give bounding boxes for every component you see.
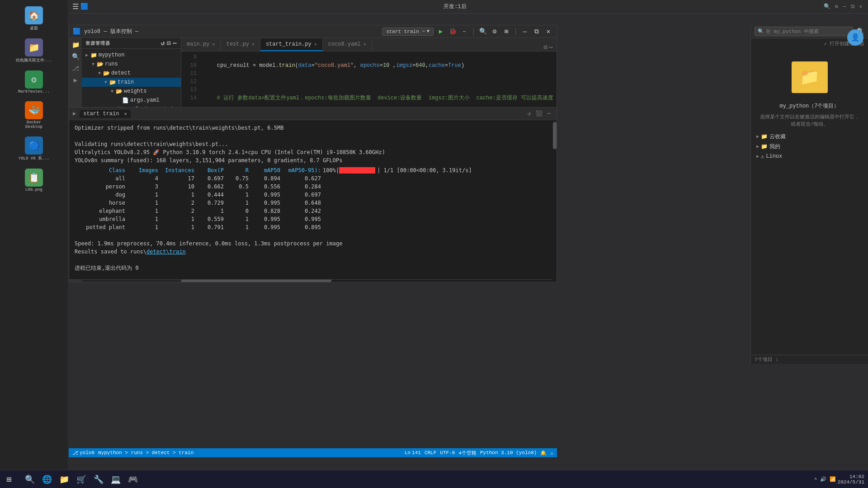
right-panel-content: 📁 my_python（7个项目） 选择某个文件以在被激活的编辑器中打开它，或者…	[751, 49, 868, 355]
tab-coco8-yaml[interactable]: coco8.yaml ✕	[323, 38, 372, 51]
win-tray-icons[interactable]: ^ 🔊 📶	[814, 476, 836, 482]
folder-icon-runs: 📂	[96, 61, 104, 68]
table-row-potted-plant: potted plant 1 1 0.791 1 0.995 0.895	[75, 223, 551, 231]
tab-start-train-py[interactable]: start_train.py ✕	[260, 38, 323, 51]
taskbar-item-home[interactable]: 🏠 桌面	[5, 4, 63, 34]
minimize2-button[interactable]: —	[520, 27, 529, 36]
terminal-header: ▶ start train ✕ ↺ ⬛ ⋯	[69, 108, 557, 120]
tab-test-py[interactable]: test.py ✕	[221, 38, 260, 51]
taskbar-item-app2[interactable]: 🐳 DockerDesktop	[5, 99, 63, 132]
top-settings-icon[interactable]: ⚙	[833, 3, 840, 10]
win-taskbar-files[interactable]: 📁	[56, 471, 72, 488]
tab-coco8-yaml-close[interactable]: ✕	[363, 42, 366, 47]
tab-main-py-close[interactable]: ✕	[212, 42, 215, 47]
activity-debug[interactable]: ▶	[71, 75, 80, 85]
status-bell-icon[interactable]: 🔔	[540, 450, 547, 456]
terminal-scrollbar-track	[553, 120, 557, 280]
terminal-panel: ▶ start train ✕ ↺ ⬛ ⋯ Optimizer stripped…	[69, 107, 557, 280]
folder-icon-mypython: 📁	[90, 52, 97, 59]
win-taskbar-store[interactable]: 🛒	[73, 471, 90, 488]
restore-button[interactable]: ⧉	[849, 3, 856, 10]
status-lang[interactable]: Python 3.10 (yolo8)	[480, 450, 537, 455]
close2-button[interactable]: ✕	[544, 27, 553, 36]
sidebar-refresh-icon[interactable]: ↺	[161, 39, 165, 47]
search-icon: 🔍	[758, 28, 764, 34]
top-search-icon[interactable]: 🔍	[822, 3, 832, 10]
status-spaces[interactable]: 4个空格	[458, 450, 476, 456]
run-config-selector[interactable]: start train ~ ▼	[382, 28, 434, 36]
table-row-horse: horse 1 2 0.729 1 0.995 0.648	[75, 199, 551, 207]
tree-item-weights[interactable]: ▼ 📂 weights	[82, 87, 181, 96]
taskbar-item-app1[interactable]: ⚙️ MarkTextex...	[5, 68, 63, 97]
terminal-tab-close-icon[interactable]: ✕	[124, 112, 127, 117]
terminal-line-empty3	[75, 256, 551, 264]
right-panel-folder-icon[interactable]: 📁	[792, 61, 828, 93]
search-global-button[interactable]: 🔍	[478, 27, 487, 36]
ide-logo: 🟦	[73, 28, 80, 35]
right-panel: 🔍 在 my_python 中搜索 🔍 ↗ 打开创建编辑器 📁 my_pytho…	[750, 25, 868, 364]
terminal-tab-start-train[interactable]: start train ✕	[80, 110, 130, 118]
top-logo[interactable]: 🟦	[80, 3, 88, 10]
tree-item-train[interactable]: ▼ 📂 train	[82, 78, 181, 87]
run-button[interactable]: ▶	[436, 27, 445, 36]
win-taskbar-app3[interactable]: 🎮	[125, 471, 141, 488]
right-tree-item-linux[interactable]: ▶ ⚠️ Linux	[755, 151, 864, 161]
sidebar-collapse-icon[interactable]: ⊟	[167, 39, 171, 47]
editor-more-icon[interactable]: ⋯	[549, 43, 553, 51]
status-line[interactable]: Ln 141	[405, 450, 421, 455]
terminal-stop-btn[interactable]: ⬛	[535, 110, 543, 118]
terminal-more-btn[interactable]: ⋯	[545, 110, 553, 118]
editor-split-icon[interactable]: ⊟	[543, 43, 547, 51]
tree-item-args-yaml[interactable]: ▶ 📄 args.yaml	[82, 96, 181, 105]
taskbar-item-files[interactable]: 📁 此电脑关联文件...	[5, 36, 63, 66]
user-avatar[interactable]: 👤	[847, 29, 863, 46]
table-row-umbrella: umbrella 1 1 0.559 1 0.995 0.995	[75, 215, 551, 223]
right-tree-item-favorites[interactable]: ▶ 📁 云收藏	[755, 131, 864, 141]
restore2-button[interactable]: ⧉	[532, 27, 541, 36]
run-config-label: start train ~	[386, 29, 425, 34]
tab-start-train-py-close[interactable]: ✕	[314, 42, 317, 47]
minimize-button[interactable]: —	[841, 3, 848, 10]
terminal-refresh-btn[interactable]: ↺	[525, 110, 533, 118]
win-start-button[interactable]: ⊞	[0, 470, 18, 488]
tab-test-py-close[interactable]: ✕	[252, 42, 255, 47]
terminal-line-ultralytics: Ultralytics YOLOv8.2.95 🚀 Python 3.10.9 …	[75, 148, 551, 156]
status-crlf[interactable]: CRLF	[425, 450, 436, 455]
tree-item-detect[interactable]: ▼ 📂 detect	[82, 69, 181, 78]
status-charset[interactable]: UTF-8	[440, 450, 455, 455]
close-button[interactable]: ✕	[857, 3, 864, 10]
terminal-content[interactable]: Optimizer stripped from runs\detect\trai…	[69, 120, 557, 279]
right-tree-arrow-mine: ▶	[756, 144, 759, 149]
tree-item-runs[interactable]: ▼ 📂 runs	[82, 60, 181, 69]
sidebar-ellipsis-icon[interactable]: ⋯	[173, 39, 177, 47]
activity-git[interactable]: ⎇	[71, 63, 80, 73]
status-branch[interactable]: ⎇ yolo8	[72, 450, 94, 456]
right-tree-arrow-favorites: ▶	[756, 134, 759, 139]
activity-explorer[interactable]: 📁	[71, 40, 80, 50]
right-panel-search[interactable]: 🔍 在 my_python 中搜索	[755, 27, 853, 36]
win-taskbar-search[interactable]: 🔍	[22, 471, 38, 488]
right-tree-icon-linux: ⚠️	[761, 153, 764, 160]
win-clock[interactable]: 14:02 2024/5/31	[838, 474, 864, 485]
file-icon-args-yaml: 📄	[122, 97, 129, 104]
folder-icon-detect: 📂	[103, 70, 110, 77]
right-tree-item-mine[interactable]: ▶ 📁 我的	[755, 141, 864, 151]
tab-main-py-label: main.py	[187, 41, 209, 47]
tab-main-py[interactable]: main.py ✕	[181, 38, 221, 51]
run-debug-button[interactable]: 🐞	[448, 27, 457, 36]
win-taskbar-app2[interactable]: 💻	[108, 471, 124, 488]
tree-item-mypython[interactable]: ▶ 📁 mypython	[82, 51, 181, 60]
win-taskbar-app1[interactable]: 🔧	[90, 471, 107, 488]
win-taskbar-edge[interactable]: 🌐	[39, 471, 55, 488]
split-button[interactable]: ⊞	[502, 27, 511, 36]
terminal-run-icon[interactable]: ▶	[73, 110, 76, 117]
top-menu-icon[interactable]: ☰	[72, 2, 79, 11]
right-tree-label-favorites: 云收藏	[769, 133, 786, 141]
status-error-icon[interactable]: ⚠	[550, 450, 553, 456]
folder-icon-weights: 📂	[115, 88, 123, 95]
more-options-button[interactable]: ⋯	[460, 27, 469, 36]
taskbar-item-app3[interactable]: 🔵 YOLO V8 系...	[5, 134, 63, 164]
taskbar-item-log[interactable]: 📋 LOG.png	[5, 166, 63, 195]
activity-search[interactable]: 🔍	[71, 52, 80, 61]
settings-button[interactable]: ⚙	[490, 27, 499, 36]
